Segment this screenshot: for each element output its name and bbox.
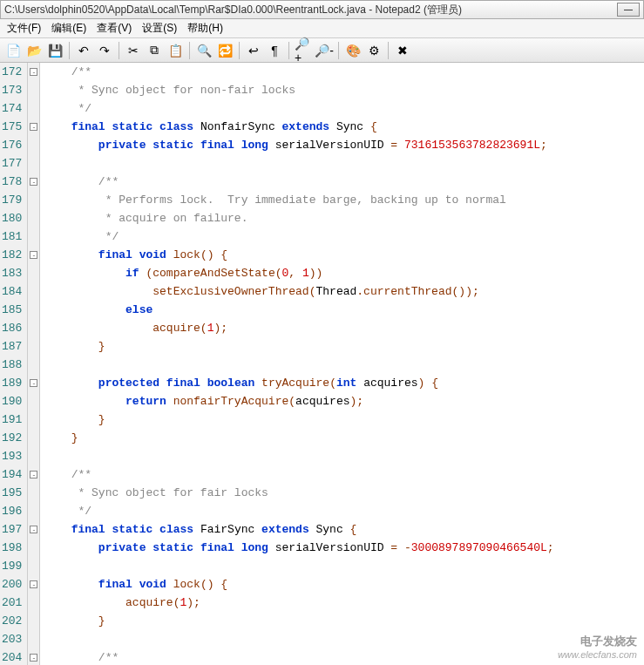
title-text: C:\Users\dolphin0520\AppData\Local\Temp\…: [4, 3, 615, 17]
code-line[interactable]: */: [44, 502, 644, 520]
line-number: 185: [2, 301, 22, 319]
code-line[interactable]: /**: [44, 173, 644, 191]
code-line[interactable]: if (compareAndSetState(0, 1)): [44, 264, 644, 282]
code-line[interactable]: }: [44, 411, 644, 429]
fold-toggle-icon[interactable]: -: [30, 251, 37, 259]
code-line[interactable]: [44, 557, 644, 575]
undo-icon[interactable]: ↶: [74, 41, 93, 60]
line-number: 196: [2, 502, 22, 520]
save-file-icon[interactable]: 💾: [45, 41, 64, 60]
code-line[interactable]: [44, 154, 644, 173]
line-number: 175: [2, 118, 22, 136]
code-line[interactable]: final static class NonfairSync extends S…: [44, 118, 644, 136]
fold-toggle-icon[interactable]: -: [30, 178, 37, 186]
fold-toggle-icon[interactable]: -: [30, 68, 37, 76]
line-number: 179: [2, 191, 22, 209]
find-icon[interactable]: 🔍: [194, 41, 214, 60]
line-number: 192: [2, 429, 22, 447]
code-line[interactable]: */: [44, 99, 644, 118]
code-line[interactable]: protected final boolean tryAcquire(int a…: [44, 374, 644, 392]
line-number: 191: [2, 411, 22, 429]
code-line[interactable]: * Performs lock. Try immediate barge, ba…: [44, 191, 644, 209]
new-file-icon[interactable]: 📄: [3, 41, 23, 60]
menu-edit[interactable]: 编辑(E): [46, 19, 92, 37]
code-line[interactable]: acquire(1);: [44, 319, 644, 337]
redo-icon[interactable]: ↷: [95, 41, 114, 60]
menu-settings[interactable]: 设置(S): [137, 19, 182, 37]
code-line[interactable]: acquire(1);: [44, 594, 644, 612]
code-line[interactable]: final void lock() {: [44, 575, 644, 594]
wordwrap-icon[interactable]: ↩: [244, 41, 263, 60]
line-number-gutter: 1721731741751761771781791801811821831841…: [0, 63, 28, 665]
exit-icon[interactable]: ✖: [393, 41, 412, 60]
code-line[interactable]: setExclusiveOwnerThread(Thread.currentTh…: [44, 282, 644, 301]
cut-icon[interactable]: ✂: [124, 41, 143, 60]
code-line[interactable]: * Sync object for fair locks: [44, 484, 644, 502]
replace-icon[interactable]: 🔁: [215, 41, 234, 60]
fold-toggle-icon[interactable]: -: [30, 123, 37, 131]
paste-icon[interactable]: 📋: [166, 41, 185, 60]
line-number: 184: [2, 282, 22, 301]
scheme-icon[interactable]: 🎨: [343, 41, 363, 60]
line-number: 176: [2, 136, 22, 154]
fold-toggle-icon[interactable]: -: [30, 379, 37, 387]
minimize-button[interactable]: —: [617, 3, 640, 17]
title-bar: C:\Users\dolphin0520\AppData\Local\Temp\…: [0, 0, 644, 19]
line-number: 203: [2, 630, 22, 648]
line-number: 195: [2, 484, 22, 502]
toolbar-separator: [338, 42, 339, 59]
code-area[interactable]: /** * Sync object for non-fair locks */ …: [40, 63, 644, 665]
line-number: 177: [2, 154, 22, 173]
fold-toggle-icon[interactable]: -: [30, 654, 37, 662]
showws-icon[interactable]: ¶: [265, 41, 284, 60]
line-number: 201: [2, 594, 22, 612]
zoomout-icon[interactable]: 🔎-: [315, 41, 334, 60]
toolbar-separator: [119, 42, 119, 59]
menu-view[interactable]: 查看(V): [92, 19, 137, 37]
menu-file[interactable]: 文件(F): [2, 19, 46, 37]
code-line[interactable]: /**: [44, 63, 644, 81]
line-number: 182: [2, 246, 22, 264]
code-line[interactable]: return nonfairTryAcquire(acquires);: [44, 392, 644, 411]
copy-icon[interactable]: ⧉: [145, 41, 164, 60]
code-line[interactable]: }: [44, 612, 644, 630]
code-editor[interactable]: 1721731741751761771781791801811821831841…: [0, 63, 644, 665]
code-line[interactable]: }: [44, 337, 644, 356]
code-line[interactable]: * Sync object for non-fair locks: [44, 81, 644, 99]
code-line[interactable]: }: [44, 429, 644, 447]
code-line[interactable]: * acquire on failure.: [44, 209, 644, 227]
code-line[interactable]: [44, 447, 644, 465]
code-line[interactable]: else: [44, 301, 644, 319]
code-line[interactable]: final void lock() {: [44, 246, 644, 264]
line-number: 174: [2, 99, 22, 118]
toolbar-separator: [189, 42, 190, 59]
toolbar: 📄 📂 💾 ↶ ↷ ✂ ⧉ 📋 🔍 🔁 ↩ ¶ 🔎+ 🔎- 🎨 ⚙ ✖: [0, 38, 644, 63]
menu-bar: 文件(F) 编辑(E) 查看(V) 设置(S) 帮助(H): [0, 19, 644, 38]
code-line[interactable]: final static class FairSync extends Sync…: [44, 520, 644, 539]
open-file-icon[interactable]: 📂: [24, 41, 44, 60]
code-line[interactable]: private static final long serialVersionU…: [44, 539, 644, 557]
code-line[interactable]: /**: [44, 648, 644, 665]
line-number: 200: [2, 575, 22, 594]
code-line[interactable]: private static final long serialVersionU…: [44, 136, 644, 154]
toolbar-separator: [239, 42, 240, 59]
menu-help[interactable]: 帮助(H): [182, 19, 228, 37]
line-number: 187: [2, 337, 22, 356]
line-number: 173: [2, 81, 22, 99]
scheme2-icon[interactable]: ⚙: [364, 41, 383, 60]
code-line[interactable]: /**: [44, 465, 644, 484]
line-number: 199: [2, 557, 22, 575]
line-number: 193: [2, 447, 22, 465]
fold-toggle-icon[interactable]: -: [30, 526, 37, 533]
line-number: 189: [2, 374, 22, 392]
code-line[interactable]: [44, 356, 644, 374]
fold-toggle-icon[interactable]: -: [30, 580, 37, 588]
line-number: 181: [2, 227, 22, 246]
toolbar-separator: [388, 42, 389, 59]
line-number: 172: [2, 63, 22, 81]
code-line[interactable]: [44, 630, 644, 648]
fold-column[interactable]: ---------: [28, 63, 40, 665]
fold-toggle-icon[interactable]: -: [30, 471, 37, 478]
zoomin-icon[interactable]: 🔎+: [294, 41, 313, 60]
code-line[interactable]: */: [44, 227, 644, 246]
